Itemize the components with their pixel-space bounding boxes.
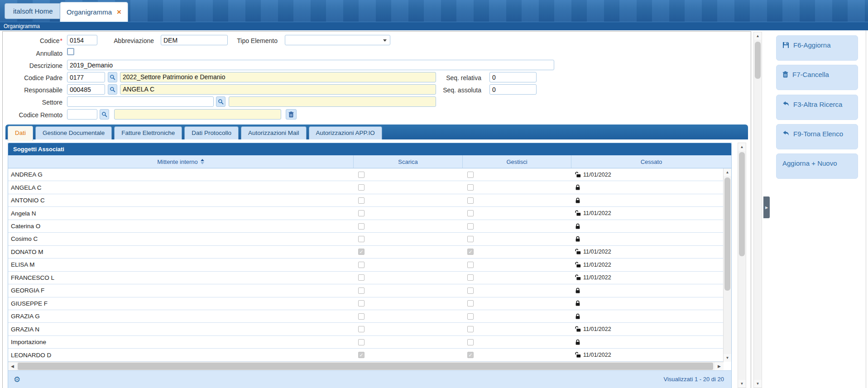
responsabile-search-button[interactable]: [108, 84, 117, 95]
table-row[interactable]: Caterina O: [8, 220, 731, 233]
gestisci-checkbox[interactable]: [467, 184, 474, 191]
tab-content-scrollbar[interactable]: ▲ ▼: [738, 143, 746, 388]
gestisci-cell: ✓: [463, 349, 571, 361]
f3-altra-ricerca-button[interactable]: F3-Altra Ricerca: [776, 95, 858, 120]
scarica-cell: [354, 194, 463, 206]
seq-relativa-label: Seq. relativa: [408, 74, 481, 82]
tab-organigramma[interactable]: Organigramma ×: [60, 2, 128, 22]
gestisci-checkbox[interactable]: ✓: [467, 352, 474, 358]
settore-search-button[interactable]: [216, 96, 225, 107]
scarica-checkbox[interactable]: [358, 184, 364, 191]
scroll-right-icon[interactable]: ▶: [715, 362, 724, 370]
table-row[interactable]: ANTONIO C: [8, 194, 731, 207]
scarica-checkbox[interactable]: ✓: [358, 249, 364, 255]
gestisci-checkbox[interactable]: [467, 326, 474, 332]
scarica-checkbox[interactable]: [358, 313, 364, 320]
tab-fatture-elettroniche[interactable]: Fatture Elettroniche: [114, 126, 182, 139]
tab-italsoft-home[interactable]: italsoft Home: [5, 3, 62, 19]
codice-padre-input[interactable]: [67, 72, 105, 82]
gestisci-checkbox[interactable]: [467, 210, 474, 216]
scroll-up-icon[interactable]: ▲: [724, 168, 731, 176]
tab-autorizzazioni-appio[interactable]: Autorizzazioni APP.IO: [309, 126, 382, 139]
tipo-elemento-select[interactable]: [285, 35, 390, 45]
table-row[interactable]: ELISA M11/01/2022: [8, 259, 731, 271]
f7-cancella-button[interactable]: F7-Cancella: [776, 65, 858, 90]
column-header-gestisci[interactable]: Gestisci: [463, 155, 571, 168]
scarica-checkbox[interactable]: [358, 236, 364, 242]
scrollbar-thumb[interactable]: [755, 42, 761, 79]
scroll-up-icon[interactable]: ▲: [738, 143, 746, 151]
f9-torna-elenco-button[interactable]: F9-Torna Elenco: [776, 124, 858, 149]
scrollbar-thumb[interactable]: [724, 177, 730, 291]
scrollbar-thumb[interactable]: [739, 152, 745, 256]
scarica-checkbox[interactable]: [358, 326, 364, 332]
table-row[interactable]: GEORGIA F: [8, 284, 731, 297]
gestisci-checkbox[interactable]: [467, 172, 474, 178]
panel-collapse-handle[interactable]: ▶: [763, 196, 770, 218]
column-header-scarica[interactable]: Scarica: [354, 155, 463, 168]
gestisci-checkbox[interactable]: [467, 313, 474, 320]
table-row[interactable]: Angela N11/01/2022: [8, 207, 731, 220]
scarica-checkbox[interactable]: [358, 223, 364, 230]
scroll-down-icon[interactable]: ▼: [754, 380, 762, 388]
table-row[interactable]: ANGELA C: [8, 181, 731, 194]
gestisci-checkbox[interactable]: [467, 287, 474, 294]
gestisci-checkbox[interactable]: [467, 274, 474, 281]
scarica-checkbox[interactable]: ✓: [358, 352, 364, 358]
table-row[interactable]: ANDREA G11/01/2022: [8, 168, 731, 181]
scroll-up-icon[interactable]: ▲: [754, 32, 762, 40]
seq-assoluta-input[interactable]: [489, 84, 537, 95]
f6-aggiorna-button[interactable]: F6-Aggiorna: [776, 35, 858, 61]
codice-remoto-search-button[interactable]: [100, 109, 109, 120]
scrollbar-thumb[interactable]: [18, 363, 713, 370]
gestisci-checkbox[interactable]: [467, 262, 474, 268]
codice-remoto-clear-button[interactable]: [286, 109, 297, 120]
aggiorna-nuovo-button[interactable]: Aggiorna + Nuovo: [776, 153, 858, 179]
close-icon[interactable]: ×: [117, 8, 121, 16]
tab-autorizzazioni-mail[interactable]: Autorizzazioni Mail: [241, 126, 307, 139]
table-vertical-scrollbar[interactable]: ▲ ▼: [723, 168, 731, 362]
column-header-mittente-interno[interactable]: Mittente interno: [8, 155, 354, 168]
table-row[interactable]: Importazione: [8, 336, 731, 349]
table-horizontal-scrollbar[interactable]: ◀ ▶: [8, 362, 724, 370]
table-row[interactable]: GIUSEPPE F: [8, 297, 731, 310]
scroll-down-icon[interactable]: ▼: [724, 354, 731, 362]
gestisci-checkbox[interactable]: ✓: [467, 249, 474, 255]
scarica-checkbox[interactable]: [358, 197, 364, 204]
scarica-checkbox[interactable]: [358, 339, 364, 345]
codice-padre-search-button[interactable]: [108, 72, 117, 82]
table-row[interactable]: GRAZIA G: [8, 310, 731, 323]
seq-relativa-input[interactable]: [489, 72, 537, 82]
scroll-down-icon[interactable]: ▼: [738, 380, 746, 388]
gestisci-checkbox[interactable]: [467, 339, 474, 345]
tab-dati[interactable]: Dati: [8, 126, 33, 141]
table-row[interactable]: FRANCESCO L11/01/2022: [8, 272, 731, 284]
main-vertical-scrollbar[interactable]: ▲ ▼: [753, 32, 762, 388]
scarica-checkbox[interactable]: [358, 262, 364, 268]
codice-remoto-input[interactable]: [67, 109, 97, 120]
table-row[interactable]: LEONARDO D✓✓11/01/2022: [8, 349, 731, 361]
scroll-left-icon[interactable]: ◀: [8, 362, 17, 370]
gestisci-checkbox[interactable]: [467, 236, 474, 242]
table-row[interactable]: GRAZIA N11/01/2022: [8, 323, 731, 335]
annullato-checkbox[interactable]: [67, 48, 74, 55]
settore-input[interactable]: [67, 96, 214, 107]
scarica-checkbox[interactable]: [358, 287, 364, 294]
action-panel: F6-Aggiorna F7-Cancella F3-Altra Ricerca…: [771, 30, 866, 388]
table-row[interactable]: DONATO M✓✓11/01/2022: [8, 246, 731, 259]
responsabile-input[interactable]: [67, 84, 105, 95]
scarica-checkbox[interactable]: [358, 274, 364, 281]
table-row[interactable]: Cosimo C: [8, 233, 731, 245]
gestisci-checkbox[interactable]: [467, 223, 474, 230]
gestisci-checkbox[interactable]: [467, 197, 474, 204]
scarica-checkbox[interactable]: [358, 210, 364, 216]
scarica-checkbox[interactable]: [358, 172, 364, 178]
gestisci-checkbox[interactable]: [467, 300, 474, 307]
scarica-checkbox[interactable]: [358, 300, 364, 307]
tab-gestione-documentale[interactable]: Gestione Documentale: [35, 126, 112, 139]
tab-dati-protocollo[interactable]: Dati Protocollo: [184, 126, 239, 139]
gestisci-cell: [463, 323, 571, 335]
gear-icon[interactable]: ⚙: [14, 375, 20, 384]
column-header-cessato[interactable]: Cessato: [571, 155, 731, 168]
descrizione-input[interactable]: [67, 60, 554, 70]
